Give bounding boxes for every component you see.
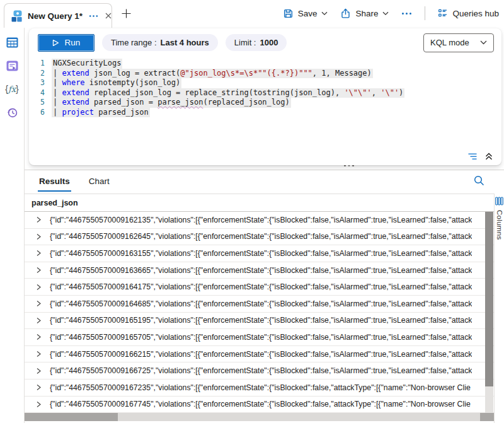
editor-line: 5 | extend parsed_json = parse_json(repl… xyxy=(29,98,501,108)
code-token: NGXSecurityLogs xyxy=(53,59,121,67)
tab-title: New Query 1* xyxy=(28,11,83,21)
expand-chevron-icon[interactable] xyxy=(35,333,42,340)
row-json-text: {"id":"4467550570009164685","violations"… xyxy=(50,299,472,308)
table-row[interactable]: {"id":"4467550570009164685","violations"… xyxy=(25,296,494,313)
expand-chevron-icon[interactable] xyxy=(35,368,42,374)
run-button[interactable]: Run xyxy=(38,34,94,52)
kql-mode-dropdown[interactable]: KQL mode xyxy=(423,33,494,52)
code-token: project xyxy=(62,108,94,117)
table-row[interactable]: {"id":"4467550570009165705","violations"… xyxy=(25,329,494,346)
tab-results[interactable]: Results xyxy=(38,175,71,192)
code-token: | xyxy=(53,98,62,107)
share-button[interactable]: Share xyxy=(340,8,389,19)
collapse-editor-icon[interactable] xyxy=(484,152,493,161)
code-token: extend xyxy=(62,69,89,78)
table-row[interactable]: {"id":"4467550570009167745","violations"… xyxy=(25,397,494,413)
code-token: '\"' xyxy=(381,88,399,97)
columns-panel-label: Columns xyxy=(496,210,503,240)
editor-line: 6 | project parsed_json xyxy=(29,108,501,118)
row-json-text: {"id":"4467550570009166215","violations"… xyxy=(50,350,472,359)
table-row[interactable]: {"id":"4467550570009165195","violations"… xyxy=(25,313,494,330)
code-token: where xyxy=(62,78,84,87)
code-token: parsed_json xyxy=(94,108,149,117)
queries-hub-button[interactable]: Queries hub xyxy=(438,8,499,18)
line-number: 2 xyxy=(29,69,52,79)
horizontal-scrollbar-thumb[interactable] xyxy=(25,413,118,421)
code-token: | xyxy=(53,69,62,78)
table-row[interactable]: {"id":"4467550570009163155","violations"… xyxy=(25,245,494,262)
code-token: extend xyxy=(62,88,89,97)
tab-new-query[interactable]: New Query 1* xyxy=(4,3,112,28)
grid-column-header[interactable]: parsed_json xyxy=(25,194,494,212)
save-button[interactable]: Save xyxy=(283,8,328,19)
expand-chevron-icon[interactable] xyxy=(35,300,42,307)
expand-chevron-icon[interactable] xyxy=(35,284,42,291)
editor-line: 2 | extend json_log = extract(@"json_log… xyxy=(29,69,501,79)
chevron-down-icon xyxy=(382,11,389,16)
vertical-scrollbar[interactable] xyxy=(485,212,493,413)
table-row[interactable]: {"id":"4467550570009166725","violations"… xyxy=(25,362,494,380)
tab-more-icon[interactable] xyxy=(89,14,98,18)
results-grid: {"id":"4467550570009162135","violations"… xyxy=(25,212,494,413)
functions-fx-icon[interactable]: {ƒx} xyxy=(5,82,19,96)
limit-picker[interactable]: Limit : 1000 xyxy=(226,34,287,51)
code-token: , xyxy=(372,88,381,97)
expand-chevron-icon[interactable] xyxy=(35,250,42,257)
row-json-text: {"id":"4467550570009162135","violations"… xyxy=(50,216,472,224)
line-number: 1 xyxy=(29,59,52,69)
share-label: Share xyxy=(355,9,378,18)
editor-line: 3 | where isnotempty(json_log) xyxy=(29,78,501,88)
tab-chart[interactable]: Chart xyxy=(88,175,111,192)
expand-chevron-icon[interactable] xyxy=(35,401,42,408)
code-token: | xyxy=(53,78,62,87)
left-sidebar: {ƒx} xyxy=(0,28,25,423)
row-json-text: {"id":"4467550570009163155","violations"… xyxy=(50,249,472,258)
table-row[interactable]: {"id":"4467550570009163665","violations"… xyxy=(25,262,494,279)
code-token: | xyxy=(53,88,62,97)
code-token: extend xyxy=(62,98,89,107)
expand-chevron-icon[interactable] xyxy=(35,351,42,357)
line-number: 6 xyxy=(29,108,52,118)
limit-value: 1000 xyxy=(260,38,278,47)
time-range-picker[interactable]: Time range : Last 4 hours xyxy=(102,34,218,51)
expand-chevron-icon[interactable] xyxy=(35,384,42,391)
time-range-value: Last 4 hours xyxy=(161,38,209,47)
code-token: | xyxy=(53,108,62,117)
line-number: 4 xyxy=(29,88,52,98)
limit-label: Limit : xyxy=(234,38,256,47)
row-json-text: {"id":"4467550570009162645","violations"… xyxy=(50,232,472,241)
results-tabs: Results Chart xyxy=(38,175,111,192)
line-number: 5 xyxy=(29,98,52,108)
recall-list-icon[interactable] xyxy=(467,153,478,161)
saved-queries-icon[interactable] xyxy=(5,59,19,72)
new-tab-button[interactable] xyxy=(121,8,132,19)
query-toolbar: Run Time range : Last 4 hours Limit : 10… xyxy=(29,28,501,56)
code-token: parsed_json = xyxy=(89,98,158,107)
code-token: replaced_json_log = replace_string(tostr… xyxy=(89,88,345,97)
play-icon xyxy=(52,39,59,47)
code-token: parse_json xyxy=(158,98,203,107)
code-token: json_log = extract( xyxy=(89,69,181,78)
expand-chevron-icon[interactable] xyxy=(35,233,42,240)
vertical-scrollbar-thumb[interactable] xyxy=(485,212,493,386)
query-editor[interactable]: 1 NGXSecurityLogs 2 | extend json_log = … xyxy=(29,59,501,117)
table-row[interactable]: {"id":"4467550570009166215","violations"… xyxy=(25,346,494,363)
history-clock-icon[interactable] xyxy=(5,105,19,119)
table-row[interactable]: {"id":"4467550570009164175","violations"… xyxy=(25,279,494,296)
search-icon[interactable] xyxy=(473,175,485,187)
table-row[interactable]: {"id":"4467550570009162135","violations"… xyxy=(25,212,494,229)
more-options-button[interactable] xyxy=(401,12,412,15)
expand-chevron-icon[interactable] xyxy=(35,317,42,324)
more-options-icon xyxy=(401,12,412,15)
expand-chevron-icon[interactable] xyxy=(35,216,42,223)
row-json-text: {"id":"4467550570009166725","violations"… xyxy=(50,366,472,375)
table-row[interactable]: {"id":"4467550570009167235","violations"… xyxy=(25,380,494,397)
panel-splitter[interactable] xyxy=(25,170,504,170)
horizontal-scrollbar[interactable] xyxy=(25,413,485,421)
tables-icon[interactable] xyxy=(5,35,19,49)
table-row[interactable]: {"id":"4467550570009162645","violations"… xyxy=(25,229,494,246)
expand-chevron-icon[interactable] xyxy=(35,267,42,274)
columns-side-panel[interactable]: Columns xyxy=(494,194,504,423)
tab-close-icon[interactable] xyxy=(105,12,112,20)
editor-line: 1 NGXSecurityLogs xyxy=(29,59,501,69)
